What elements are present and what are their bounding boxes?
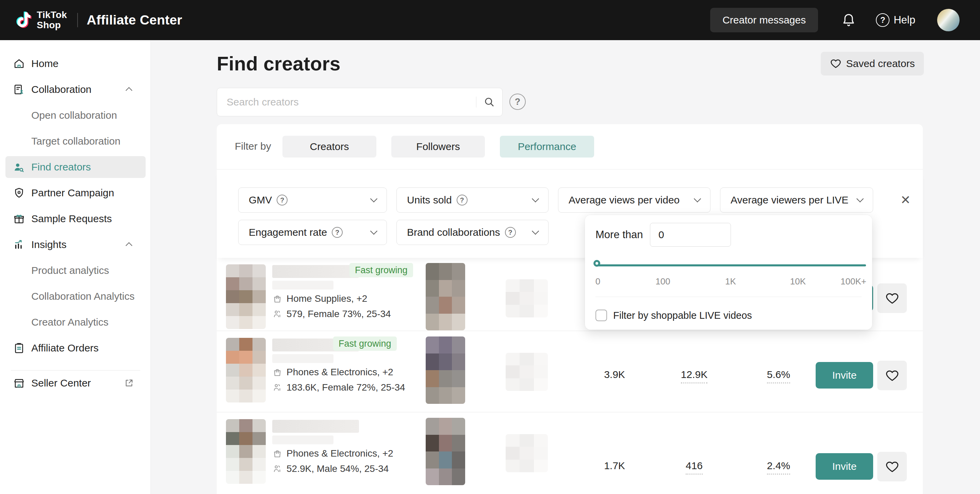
sidebar-item-open-collaboration[interactable]: Open collaboration bbox=[5, 105, 146, 126]
creator-video-thumbnail[interactable] bbox=[426, 263, 465, 330]
help-question-icon[interactable]: ? bbox=[505, 227, 516, 238]
creator-demographics-line: 183.6K, Female 72%, 25-34 bbox=[272, 382, 405, 393]
sidebar-item-find-creators[interactable]: Find creators bbox=[5, 156, 146, 178]
save-creator-heart-button[interactable] bbox=[877, 452, 907, 481]
creator-video-thumbnail[interactable] bbox=[426, 337, 465, 404]
filter-dropdown-engagement-rate[interactable]: Engagement rate? bbox=[238, 220, 387, 245]
help-question-icon[interactable]: ? bbox=[332, 227, 343, 238]
more-than-label: More than bbox=[595, 229, 643, 241]
slider-tick: 1K bbox=[725, 276, 736, 287]
help-question-icon[interactable]: ? bbox=[457, 195, 468, 205]
chevron-down-icon bbox=[532, 227, 539, 234]
save-creator-heart-button[interactable] bbox=[877, 283, 907, 313]
bag-icon bbox=[272, 367, 282, 377]
heart-icon bbox=[885, 460, 899, 474]
affiliate-center-page: TikTok Shop Affiliate Center Creator mes… bbox=[0, 0, 980, 494]
filter-tab-performance[interactable]: Performance bbox=[500, 136, 594, 157]
sidebar-item-affiliate-orders[interactable]: Affiliate Orders bbox=[5, 337, 146, 359]
creator-handle-blurred bbox=[272, 435, 334, 444]
sidebar-item-product-analytics[interactable]: Product analytics bbox=[5, 260, 146, 281]
sidebar-item-label: Collaboration bbox=[31, 84, 92, 95]
sidebar-item-label: Affiliate Orders bbox=[31, 342, 99, 354]
creator-avatar[interactable] bbox=[226, 264, 266, 329]
bag-icon bbox=[272, 294, 282, 304]
filter-dropdown-gmv[interactable]: GMV? bbox=[238, 187, 387, 213]
store-icon bbox=[13, 377, 25, 389]
notifications-bell-icon[interactable] bbox=[840, 12, 857, 28]
more-than-input[interactable] bbox=[650, 223, 731, 247]
creator-name-blurred[interactable] bbox=[272, 420, 359, 433]
fast-growing-badge: Fast growing bbox=[333, 337, 397, 351]
metric-engagement-rate: 2.4% bbox=[745, 460, 813, 472]
range-slider-handle[interactable] bbox=[593, 260, 600, 267]
sidebar-item-label: Seller Center bbox=[31, 377, 91, 389]
creator-video-thumbnail[interactable] bbox=[426, 418, 465, 485]
search-help-icon[interactable]: ? bbox=[509, 94, 526, 110]
sidebar-item-home[interactable]: Home bbox=[5, 53, 146, 75]
popover-divider bbox=[595, 297, 862, 297]
sidebar-item-sample-requests[interactable]: Sample Requests bbox=[5, 208, 146, 230]
creator-name-blurred[interactable] bbox=[272, 265, 359, 278]
creator-handle-blurred bbox=[272, 354, 334, 363]
header-divider bbox=[77, 13, 78, 27]
sidebar-item-collaboration[interactable]: Collaboration bbox=[5, 79, 146, 100]
creator-category: Phones & Electronics, +2 bbox=[286, 448, 393, 459]
creator-avatar[interactable] bbox=[226, 419, 266, 484]
saved-creators-button[interactable]: Saved creators bbox=[821, 52, 924, 76]
tiktok-shop-logo[interactable]: TikTok Shop bbox=[14, 9, 67, 31]
sidebar-item-collaboration-analytics[interactable]: Collaboration Analytics bbox=[5, 286, 146, 307]
page-title: Find creators bbox=[217, 52, 340, 75]
main-content: Find creators Saved creators ? Filter by… bbox=[151, 40, 980, 494]
sidebar-item-insights[interactable]: Insights bbox=[5, 234, 146, 256]
home-icon bbox=[13, 57, 25, 70]
sidebar-item-seller-center[interactable]: Seller Center bbox=[5, 372, 146, 394]
slider-tick: 100 bbox=[655, 276, 670, 287]
audience-icon bbox=[272, 309, 282, 319]
user-avatar[interactable] bbox=[937, 9, 959, 31]
chevron-down-icon bbox=[694, 195, 701, 202]
creator-video-thumbnail-2[interactable] bbox=[506, 434, 548, 472]
creator-video-thumbnail-2[interactable] bbox=[506, 353, 548, 391]
creator-category: Home Supplies, +2 bbox=[286, 293, 367, 304]
creator-video-thumbnail-2[interactable] bbox=[506, 279, 548, 318]
close-filters-icon[interactable]: ✕ bbox=[897, 192, 914, 208]
creator-category-line: Home Supplies, +2 bbox=[272, 293, 367, 304]
sidebar-item-partner-campaign[interactable]: Partner Campaign bbox=[5, 182, 146, 204]
filter-tab-creators[interactable]: Creators bbox=[282, 136, 376, 157]
sidebar-divider bbox=[11, 370, 140, 370]
chevron-up-icon bbox=[126, 87, 132, 94]
search-icon[interactable] bbox=[476, 88, 502, 116]
creator-row: Phones & Electronics, +2 52.9K, Male 54%… bbox=[217, 412, 923, 494]
creator-avatar[interactable] bbox=[226, 338, 266, 402]
help-button[interactable]: ? Help bbox=[876, 13, 915, 27]
sidebar-item-label: Creator Analytics bbox=[31, 316, 108, 328]
creator-handle-blurred bbox=[272, 281, 334, 289]
heart-icon bbox=[885, 291, 899, 305]
chevron-up-icon bbox=[126, 242, 132, 249]
filter-dropdown-brand-collaborations[interactable]: Brand collaborations? bbox=[396, 220, 549, 245]
save-creator-heart-button[interactable] bbox=[877, 361, 907, 390]
search-input[interactable] bbox=[217, 96, 476, 108]
sidebar-item-label: Insights bbox=[31, 239, 66, 250]
invite-button[interactable]: Invite bbox=[816, 453, 873, 480]
insights-icon bbox=[13, 238, 25, 251]
filter-tab-followers[interactable]: Followers bbox=[391, 136, 485, 157]
clipboard-icon bbox=[13, 342, 25, 354]
filter-dropdown-average-views-per-video[interactable]: Average views per video bbox=[558, 187, 711, 213]
dropdown-label: Average views per video bbox=[569, 194, 679, 206]
invite-button[interactable]: Invite bbox=[816, 362, 873, 389]
range-slider-track[interactable] bbox=[595, 264, 866, 266]
shoppable-live-checkbox[interactable] bbox=[595, 310, 607, 321]
help-question-icon[interactable]: ? bbox=[277, 195, 288, 205]
sidebar-item-target-collaboration[interactable]: Target collaboration bbox=[5, 130, 146, 152]
filter-dropdown-average-viewers-per-live[interactable]: Average viewers per LIVE bbox=[720, 187, 873, 213]
creator-messages-button[interactable]: Creator messages bbox=[710, 8, 818, 32]
filter-dropdown-units-sold[interactable]: Units sold? bbox=[396, 187, 549, 213]
slider-tick: 0 bbox=[595, 276, 600, 287]
creator-demographics: 183.6K, Female 72%, 25-34 bbox=[286, 382, 405, 393]
collab-icon bbox=[13, 83, 25, 95]
metric-avg-views: 1.7K bbox=[581, 460, 649, 472]
app-title: Affiliate Center bbox=[87, 13, 182, 27]
sidebar-item-creator-analytics[interactable]: Creator Analytics bbox=[5, 311, 146, 333]
audience-icon bbox=[272, 464, 282, 474]
